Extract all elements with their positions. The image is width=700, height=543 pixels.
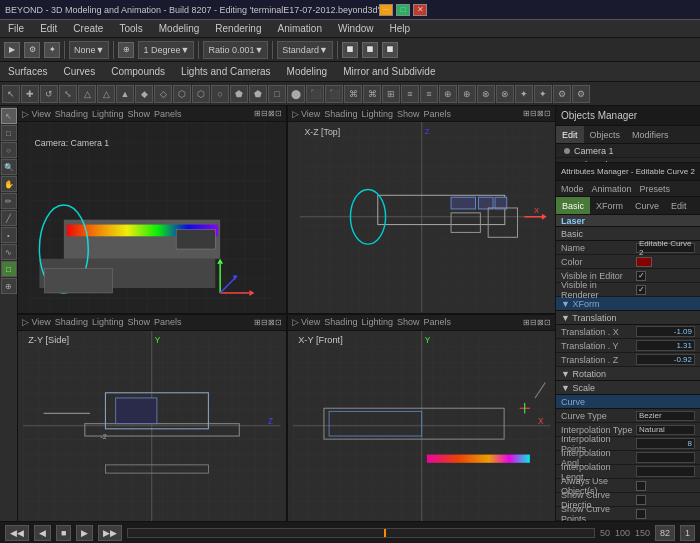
- attr-tab-mode[interactable]: Mode: [559, 184, 586, 194]
- icon-t10[interactable]: ⬟: [249, 85, 267, 103]
- icon-t20[interactable]: ⊕: [439, 85, 457, 103]
- icon-t13[interactable]: ⬛: [306, 85, 324, 103]
- icon-move[interactable]: ✚: [21, 85, 39, 103]
- icon-t23[interactable]: ⊗: [496, 85, 514, 103]
- tool-point[interactable]: •: [1, 227, 17, 243]
- viewport-top[interactable]: ▷ View Shading Lighting Show Panels ⊞⊟⊠⊡: [288, 106, 556, 313]
- icon-t1[interactable]: △: [78, 85, 96, 103]
- status-next-btn[interactable]: ▶: [76, 525, 93, 541]
- attr-trans-x-value[interactable]: -1.09: [636, 326, 695, 337]
- attr-subtab-curve[interactable]: Curve: [629, 197, 665, 214]
- vp-front-shading[interactable]: Shading: [324, 317, 357, 327]
- obj-tab-objects[interactable]: Objects: [584, 126, 627, 143]
- toolbar-icon-3[interactable]: ✦: [44, 42, 60, 58]
- render-icon[interactable]: 🔲: [342, 42, 358, 58]
- vp-front-lighting[interactable]: Lighting: [361, 317, 393, 327]
- coord-icon[interactable]: ⊕: [118, 42, 134, 58]
- obj-tab-modifiers[interactable]: Modifiers: [626, 126, 675, 143]
- icon-t8[interactable]: ○: [211, 85, 229, 103]
- tool-line[interactable]: ╱: [1, 210, 17, 226]
- icon-t5[interactable]: ◇: [154, 85, 172, 103]
- icon-t26[interactable]: ⚙: [553, 85, 571, 103]
- tool-box[interactable]: □: [1, 261, 17, 277]
- icon-select[interactable]: ↖: [2, 85, 20, 103]
- attr-visible-renderer-checkbox[interactable]: ✓: [636, 285, 646, 295]
- attr-subtab-edit[interactable]: Edit: [665, 197, 693, 214]
- render2-icon[interactable]: 🔲: [362, 42, 378, 58]
- vp-top-view[interactable]: ▷ View: [292, 109, 321, 119]
- vp-camera-view[interactable]: ▷ View: [22, 109, 51, 119]
- tool-select[interactable]: □: [1, 125, 17, 141]
- icon-t22[interactable]: ⊗: [477, 85, 495, 103]
- attr-show-direction-checkbox[interactable]: [636, 495, 646, 505]
- tool-draw[interactable]: ✏: [1, 193, 17, 209]
- status-stop-btn[interactable]: ■: [56, 525, 71, 541]
- vp-camera-panels[interactable]: Panels: [154, 109, 182, 119]
- icon-t15[interactable]: ⌘: [344, 85, 362, 103]
- menu-create[interactable]: Create: [70, 23, 106, 34]
- attr-interp-points-value[interactable]: 8: [636, 438, 695, 449]
- status-fps[interactable]: 1: [680, 525, 695, 541]
- icon-rotate[interactable]: ↺: [40, 85, 58, 103]
- obj-camera1[interactable]: Camera 1: [556, 144, 700, 158]
- close-button[interactable]: ✕: [413, 4, 427, 16]
- attr-interp-len-value[interactable]: [636, 466, 695, 477]
- attr-subtab-basic[interactable]: Basic: [556, 197, 590, 214]
- icon-t24[interactable]: ✦: [515, 85, 533, 103]
- none-selector[interactable]: None ▼: [69, 41, 109, 59]
- vp-top-shading[interactable]: Shading: [324, 109, 357, 119]
- vp-front-view[interactable]: ▷ View: [292, 317, 321, 327]
- vp-side-view[interactable]: ▷ View: [22, 317, 51, 327]
- tool-arrow[interactable]: ↖: [1, 108, 17, 124]
- attr-always-use-checkbox[interactable]: [636, 481, 646, 491]
- timeline-bar[interactable]: [127, 528, 594, 538]
- menu-rendering[interactable]: Rendering: [212, 23, 264, 34]
- attr-name-value[interactable]: Editable Curve 2: [636, 243, 695, 253]
- icon-t21[interactable]: ⊕: [458, 85, 476, 103]
- status-prev-btn[interactable]: ◀: [34, 525, 51, 541]
- vp-top-show[interactable]: Show: [397, 109, 420, 119]
- attr-color-swatch[interactable]: [636, 257, 652, 267]
- attr-curve-type-value[interactable]: Bezier: [636, 411, 695, 421]
- tool-lasso[interactable]: ○: [1, 142, 17, 158]
- vp-side-panels[interactable]: Panels: [154, 317, 182, 327]
- toolbar-icon-2[interactable]: ⚙: [24, 42, 40, 58]
- icon-t12[interactable]: ⬤: [287, 85, 305, 103]
- vp-side-show[interactable]: Show: [127, 317, 150, 327]
- viewport-front[interactable]: ▷ View Shading Lighting Show Panels ⊞⊟⊠⊡: [288, 315, 556, 522]
- vp-side-lighting[interactable]: Lighting: [92, 317, 124, 327]
- menu-tools[interactable]: Tools: [116, 23, 145, 34]
- icon-t14[interactable]: ⬛: [325, 85, 343, 103]
- icon-t27[interactable]: ⚙: [572, 85, 590, 103]
- icon-t4[interactable]: ◆: [135, 85, 153, 103]
- attr-curve-section[interactable]: Curve: [556, 395, 700, 409]
- status-end-btn[interactable]: ▶▶: [98, 525, 122, 541]
- toolbar-icon-1[interactable]: ▶: [4, 42, 20, 58]
- vp-camera-show[interactable]: Show: [127, 109, 150, 119]
- standard-selector[interactable]: Standard ▼: [277, 41, 332, 59]
- attr-interp-type-value[interactable]: Natural: [636, 425, 695, 435]
- menu-animation[interactable]: Animation: [274, 23, 324, 34]
- icon-t6[interactable]: ⬡: [173, 85, 191, 103]
- attr-interp-angle-value[interactable]: [636, 452, 695, 463]
- vp-camera-shading[interactable]: Shading: [55, 109, 88, 119]
- icon-t18[interactable]: ≡: [401, 85, 419, 103]
- ratio-selector[interactable]: Ratio 0.001 ▼: [203, 41, 268, 59]
- attr-visible-editor-checkbox[interactable]: ✓: [636, 271, 646, 281]
- menu-file[interactable]: File: [5, 23, 27, 34]
- vp-front-show[interactable]: Show: [397, 317, 420, 327]
- minimize-button[interactable]: ─: [379, 4, 393, 16]
- render3-icon[interactable]: 🔲: [382, 42, 398, 58]
- viewport-side[interactable]: ▷ View Shading Lighting Show Panels ⊞⊟⊠⊡: [18, 315, 286, 522]
- icon-t25[interactable]: ✦: [534, 85, 552, 103]
- status-frame-display[interactable]: 82: [655, 525, 675, 541]
- vp-side-shading[interactable]: Shading: [55, 317, 88, 327]
- vp-front-panels[interactable]: Panels: [423, 317, 451, 327]
- obj-tab-edit[interactable]: Edit: [556, 126, 584, 143]
- attr-tab-presets[interactable]: Presets: [638, 184, 673, 194]
- attr-subtab-xform[interactable]: XForm: [590, 197, 629, 214]
- vp-camera-lighting[interactable]: Lighting: [92, 109, 124, 119]
- attr-trans-z-value[interactable]: -0.92: [636, 354, 695, 365]
- sec-surfaces[interactable]: Surfaces: [4, 63, 51, 81]
- attr-tab-animation[interactable]: Animation: [590, 184, 634, 194]
